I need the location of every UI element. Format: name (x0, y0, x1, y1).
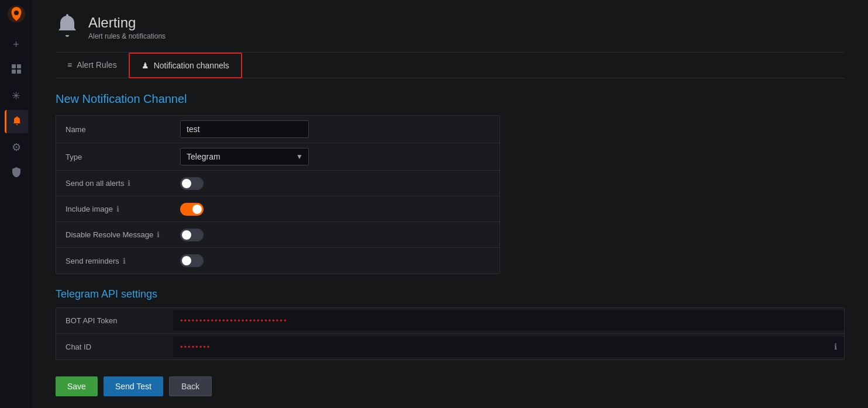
include-image-value (173, 198, 500, 220)
svg-point-1 (14, 11, 19, 15)
send-on-all-alerts-track (180, 177, 204, 190)
send-on-all-alerts-toggle[interactable] (180, 177, 204, 190)
send-reminders-info-icon[interactable]: ℹ (123, 257, 126, 265)
include-image-thumb (192, 205, 202, 214)
svg-rect-3 (17, 64, 21, 68)
page-subtitle: Alert rules & notifications (88, 32, 166, 40)
sidebar-item-add[interactable]: + (5, 33, 28, 56)
name-input[interactable] (180, 120, 309, 138)
tab-alert-rules[interactable]: ≡ Alert Rules (56, 53, 129, 78)
name-label: Name (56, 119, 173, 140)
new-channel-title: New Notification Channel (56, 92, 845, 106)
dashboard-icon (11, 64, 22, 77)
alert-rules-icon: ≡ (67, 60, 72, 70)
type-row: Type Telegram Email Slack PagerDuty Webh… (56, 143, 500, 171)
api-settings-title: Telegram API settings (56, 288, 845, 300)
action-buttons: Save Send Test Back (56, 376, 845, 396)
send-on-all-alerts-value (173, 172, 500, 195)
tabs-bar: ≡ Alert Rules ♟ Notification channels (56, 53, 845, 78)
sidebar-item-dashboard[interactable] (5, 58, 28, 82)
sidebar-item-alerting[interactable] (5, 110, 28, 133)
tab-notification-channels-label: Notification channels (154, 61, 229, 70)
back-button[interactable]: Back (169, 376, 212, 396)
svg-rect-4 (12, 70, 16, 74)
svg-rect-5 (17, 70, 21, 74)
name-value (173, 116, 500, 143)
send-test-button[interactable]: Send Test (104, 376, 163, 396)
include-image-track (180, 203, 204, 216)
send-on-all-alerts-thumb (182, 179, 191, 188)
tab-alert-rules-label: Alert Rules (77, 60, 116, 70)
include-image-toggle[interactable] (180, 203, 204, 216)
type-select-wrapper: Telegram Email Slack PagerDuty Webhook ▼ (180, 148, 309, 165)
page-title: Alerting (88, 15, 166, 31)
disable-resolve-track (180, 229, 204, 241)
include-image-row: Include image ℹ (56, 196, 500, 222)
page-header-text: Alerting Alert rules & notifications (88, 15, 166, 40)
chat-id-input[interactable] (173, 337, 844, 357)
page-header: Alerting Alert rules & notifications (56, 0, 845, 53)
gear-icon: ⚙ (12, 141, 21, 154)
sidebar-item-shield[interactable] (5, 161, 28, 185)
alerting-header-icon (56, 12, 79, 43)
chat-id-info-icon[interactable]: ℹ (834, 342, 837, 351)
name-row: Name (56, 116, 500, 143)
disable-resolve-value (173, 224, 500, 246)
save-button[interactable]: Save (56, 376, 98, 396)
send-reminders-label: Send reminders ℹ (56, 251, 173, 271)
include-image-label: Include image ℹ (56, 199, 173, 219)
app-logo[interactable] (7, 5, 26, 23)
send-reminders-thumb (182, 256, 191, 265)
shield-icon (12, 167, 21, 180)
bot-api-token-row: BOT API Token (56, 308, 844, 334)
type-value: Telegram Email Slack PagerDuty Webhook ▼ (173, 143, 500, 170)
bot-api-token-input[interactable] (173, 310, 844, 331)
send-on-all-alerts-info-icon[interactable]: ℹ (128, 179, 130, 188)
chat-id-row: Chat ID ℹ (56, 334, 844, 359)
send-reminders-row: Send reminders ℹ (56, 248, 500, 274)
disable-resolve-row: Disable Resolve Message ℹ (56, 222, 500, 248)
send-reminders-track (180, 254, 204, 267)
tab-notification-channels[interactable]: ♟ Notification channels (129, 53, 242, 78)
send-on-all-alerts-label: Send on all alerts ℹ (56, 173, 173, 193)
main-content: Alerting Alert rules & notifications ≡ A… (32, 0, 868, 408)
chat-id-value: ℹ (173, 337, 844, 357)
bot-api-token-label: BOT API Token (56, 310, 173, 331)
new-channel-section: New Notification Channel Name Type (56, 92, 845, 274)
sidebar: + ✳ ⚙ (0, 0, 32, 408)
plus-icon: + (13, 39, 19, 51)
send-reminders-value (173, 250, 500, 272)
sidebar-item-settings[interactable]: ⚙ (5, 136, 28, 159)
type-label: Type (56, 147, 173, 167)
include-image-info-icon[interactable]: ℹ (116, 205, 119, 213)
svg-rect-2 (12, 64, 16, 68)
star-icon: ✳ (12, 89, 20, 102)
sidebar-item-starred[interactable]: ✳ (5, 84, 28, 108)
api-form-table: BOT API Token Chat ID ℹ (56, 307, 845, 360)
disable-resolve-info-icon[interactable]: ℹ (157, 230, 160, 239)
disable-resolve-thumb (182, 230, 191, 240)
disable-resolve-label: Disable Resolve Message ℹ (56, 224, 173, 245)
channel-form-table: Name Type Telegram Email Slack (56, 115, 500, 274)
chat-id-label: Chat ID (56, 337, 173, 357)
send-reminders-toggle[interactable] (180, 254, 204, 267)
api-settings-section: Telegram API settings BOT API Token Chat… (56, 288, 845, 360)
bell-icon (12, 115, 22, 129)
disable-resolve-toggle[interactable] (180, 229, 204, 241)
bot-api-token-value (173, 310, 844, 331)
notification-channels-icon: ♟ (142, 61, 149, 70)
type-select[interactable]: Telegram Email Slack PagerDuty Webhook (180, 148, 309, 165)
send-on-all-alerts-row: Send on all alerts ℹ (56, 171, 500, 196)
